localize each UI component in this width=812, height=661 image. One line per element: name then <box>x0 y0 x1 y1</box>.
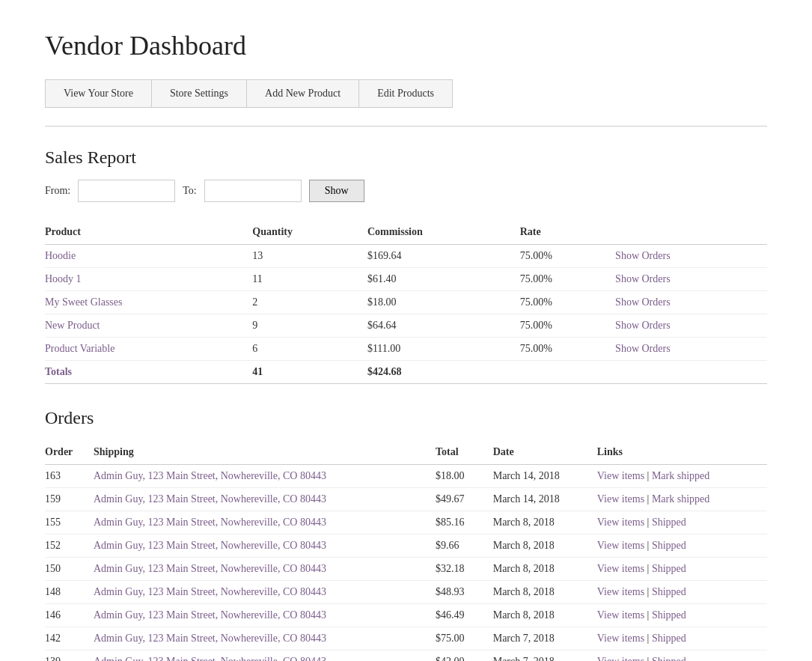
sales-report-table: Product Quantity Commission Rate Hoodie … <box>45 220 767 384</box>
order-action-link[interactable]: Shipped <box>652 586 686 597</box>
orders-table-row: 142 Admin Guy, 123 Main Street, Nowherev… <box>45 627 767 651</box>
show-orders-link[interactable]: Show Orders <box>615 245 767 268</box>
orders-section: Orders Order Shipping Total Date Links 1… <box>45 408 767 661</box>
order-id: 150 <box>45 558 94 581</box>
order-shipping: Admin Guy, 123 Main Street, Nowhereville… <box>94 558 436 581</box>
view-items-link[interactable]: View items <box>597 609 644 621</box>
product-name: My Sweet Glasses <box>45 291 252 314</box>
col-quantity: Quantity <box>252 220 367 245</box>
show-button[interactable]: Show <box>309 180 364 202</box>
orders-col-order: Order <box>45 440 94 465</box>
product-quantity: 11 <box>252 268 367 291</box>
from-date-input[interactable]: 01/03/2018 <box>78 180 175 202</box>
order-date: March 8, 2018 <box>493 558 597 581</box>
order-action-link[interactable]: Shipped <box>652 540 686 551</box>
view-items-link[interactable]: View items <box>597 563 644 574</box>
view-items-link[interactable]: View items <box>597 470 644 481</box>
order-action-link[interactable]: Shipped <box>652 609 686 621</box>
order-shipping: Admin Guy, 123 Main Street, Nowhereville… <box>94 627 436 651</box>
sales-table-row: My Sweet Glasses 2 $18.00 75.00% Show Or… <box>45 291 767 314</box>
order-shipping: Admin Guy, 123 Main Street, Nowhereville… <box>94 488 436 511</box>
product-commission: $18.00 <box>367 291 520 314</box>
order-total: $32.18 <box>436 558 493 581</box>
order-action-link[interactable]: Mark shipped <box>652 493 709 505</box>
totals-commission: $424.68 <box>367 361 520 384</box>
order-id: 159 <box>45 488 94 511</box>
order-shipping: Admin Guy, 123 Main Street, Nowhereville… <box>94 604 436 627</box>
view-items-link[interactable]: View items <box>597 656 644 661</box>
product-rate: 75.00% <box>520 338 615 361</box>
order-links[interactable]: View items | Shipped <box>597 581 767 604</box>
totals-quantity: 41 <box>252 361 367 384</box>
col-rate: Rate <box>520 220 615 245</box>
nav-buttons: View Your Store Store Settings Add New P… <box>45 79 767 108</box>
product-rate: 75.00% <box>520 291 615 314</box>
orders-col-links: Links <box>597 440 767 465</box>
order-links[interactable]: View items | Shipped <box>597 604 767 627</box>
orders-table-row: 163 Admin Guy, 123 Main Street, Nowherev… <box>45 465 767 488</box>
date-filter: From: 01/03/2018 To: 15/03/2018 Show <box>45 180 767 202</box>
order-id: 163 <box>45 465 94 488</box>
order-date: March 8, 2018 <box>493 511 597 534</box>
order-date: March 14, 2018 <box>493 465 597 488</box>
orders-table-row: 148 Admin Guy, 123 Main Street, Nowherev… <box>45 581 767 604</box>
product-name: Product Variable <box>45 338 252 361</box>
col-commission: Commission <box>367 220 520 245</box>
order-action-link[interactable]: Shipped <box>652 563 686 574</box>
order-links[interactable]: View items | Shipped <box>597 511 767 534</box>
product-quantity: 13 <box>252 245 367 268</box>
col-actions <box>615 220 767 245</box>
order-action-link[interactable]: Shipped <box>652 517 686 528</box>
product-name: New Product <box>45 314 252 338</box>
edit-products-button[interactable]: Edit Products <box>358 79 453 108</box>
order-links[interactable]: View items | Mark shipped <box>597 465 767 488</box>
order-total: $18.00 <box>436 465 493 488</box>
order-total: $49.67 <box>436 488 493 511</box>
product-rate: 75.00% <box>520 268 615 291</box>
show-orders-link[interactable]: Show Orders <box>615 268 767 291</box>
view-store-button[interactable]: View Your Store <box>45 79 152 108</box>
page-title: Vendor Dashboard <box>45 30 767 61</box>
view-items-link[interactable]: View items <box>597 517 644 528</box>
order-total: $9.66 <box>436 534 493 558</box>
order-id: 139 <box>45 651 94 662</box>
order-date: March 7, 2018 <box>493 651 597 662</box>
show-orders-link[interactable]: Show Orders <box>615 314 767 338</box>
order-shipping: Admin Guy, 123 Main Street, Nowhereville… <box>94 534 436 558</box>
view-items-link[interactable]: View items <box>597 633 644 644</box>
order-links[interactable]: View items | Shipped <box>597 534 767 558</box>
orders-title: Orders <box>45 408 767 428</box>
show-orders-link[interactable]: Show Orders <box>615 291 767 314</box>
store-settings-button[interactable]: Store Settings <box>151 79 247 108</box>
view-items-link[interactable]: View items <box>597 540 644 551</box>
product-name: Hoody 1 <box>45 268 252 291</box>
orders-table-row: 152 Admin Guy, 123 Main Street, Nowherev… <box>45 534 767 558</box>
orders-col-total: Total <box>436 440 493 465</box>
order-links[interactable]: View items | Shipped <box>597 558 767 581</box>
order-action-link[interactable]: Shipped <box>652 633 686 644</box>
to-date-input[interactable]: 15/03/2018 <box>204 180 302 202</box>
order-action-link[interactable]: Shipped <box>652 656 686 661</box>
view-items-link[interactable]: View items <box>597 493 644 505</box>
sales-table-row: Hoodie 13 $169.64 75.00% Show Orders <box>45 245 767 268</box>
order-total: $46.49 <box>436 604 493 627</box>
order-shipping: Admin Guy, 123 Main Street, Nowhereville… <box>94 651 436 662</box>
order-links[interactable]: View items | Shipped <box>597 651 767 662</box>
product-rate: 75.00% <box>520 245 615 268</box>
order-date: March 7, 2018 <box>493 627 597 651</box>
product-name: Hoodie <box>45 245 252 268</box>
sales-report-title: Sales Report <box>45 147 767 168</box>
from-label: From: <box>45 185 70 197</box>
view-items-link[interactable]: View items <box>597 586 644 597</box>
order-shipping: Admin Guy, 123 Main Street, Nowhereville… <box>94 511 436 534</box>
order-action-link[interactable]: Mark shipped <box>652 470 709 481</box>
sales-totals-row: Totals 41 $424.68 <box>45 361 767 384</box>
order-id: 155 <box>45 511 94 534</box>
order-links[interactable]: View items | Shipped <box>597 627 767 651</box>
order-links[interactable]: View items | Mark shipped <box>597 488 767 511</box>
show-orders-link[interactable]: Show Orders <box>615 338 767 361</box>
add-product-button[interactable]: Add New Product <box>246 79 359 108</box>
divider <box>45 126 767 127</box>
sales-table-row: Hoody 1 11 $61.40 75.00% Show Orders <box>45 268 767 291</box>
order-id: 142 <box>45 627 94 651</box>
